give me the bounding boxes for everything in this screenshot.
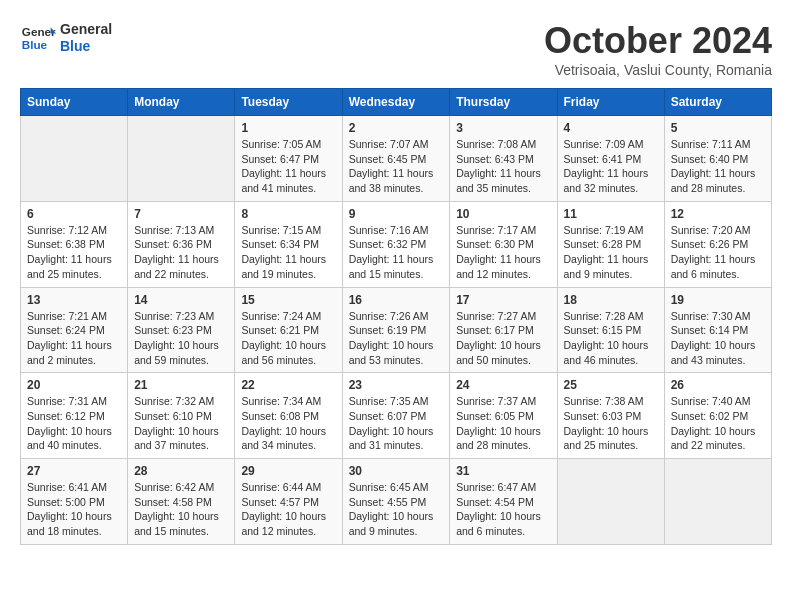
day-number: 4	[564, 121, 658, 135]
calendar-cell: 19Sunrise: 7:30 AM Sunset: 6:14 PM Dayli…	[664, 287, 771, 373]
day-info: Sunrise: 7:07 AM Sunset: 6:45 PM Dayligh…	[349, 137, 444, 196]
calendar-cell: 2Sunrise: 7:07 AM Sunset: 6:45 PM Daylig…	[342, 116, 450, 202]
calendar-cell	[128, 116, 235, 202]
calendar-table: SundayMondayTuesdayWednesdayThursdayFrid…	[20, 88, 772, 545]
day-info: Sunrise: 7:11 AM Sunset: 6:40 PM Dayligh…	[671, 137, 765, 196]
day-info: Sunrise: 6:45 AM Sunset: 4:55 PM Dayligh…	[349, 480, 444, 539]
day-number: 15	[241, 293, 335, 307]
calendar-cell: 7Sunrise: 7:13 AM Sunset: 6:36 PM Daylig…	[128, 201, 235, 287]
weekday-header-thursday: Thursday	[450, 89, 557, 116]
calendar-cell: 24Sunrise: 7:37 AM Sunset: 6:05 PM Dayli…	[450, 373, 557, 459]
calendar-cell: 14Sunrise: 7:23 AM Sunset: 6:23 PM Dayli…	[128, 287, 235, 373]
calendar-cell: 10Sunrise: 7:17 AM Sunset: 6:30 PM Dayli…	[450, 201, 557, 287]
calendar-cell	[557, 459, 664, 545]
month-title: October 2024	[544, 20, 772, 62]
calendar-cell: 12Sunrise: 7:20 AM Sunset: 6:26 PM Dayli…	[664, 201, 771, 287]
day-info: Sunrise: 7:32 AM Sunset: 6:10 PM Dayligh…	[134, 394, 228, 453]
weekday-header-tuesday: Tuesday	[235, 89, 342, 116]
logo-line2: Blue	[60, 38, 112, 55]
calendar-week-row: 27Sunrise: 6:41 AM Sunset: 5:00 PM Dayli…	[21, 459, 772, 545]
day-number: 28	[134, 464, 228, 478]
day-number: 6	[27, 207, 121, 221]
calendar-cell: 5Sunrise: 7:11 AM Sunset: 6:40 PM Daylig…	[664, 116, 771, 202]
day-info: Sunrise: 7:28 AM Sunset: 6:15 PM Dayligh…	[564, 309, 658, 368]
day-number: 20	[27, 378, 121, 392]
day-info: Sunrise: 7:31 AM Sunset: 6:12 PM Dayligh…	[27, 394, 121, 453]
calendar-cell: 22Sunrise: 7:34 AM Sunset: 6:08 PM Dayli…	[235, 373, 342, 459]
calendar-cell: 20Sunrise: 7:31 AM Sunset: 6:12 PM Dayli…	[21, 373, 128, 459]
calendar-cell	[664, 459, 771, 545]
day-info: Sunrise: 7:34 AM Sunset: 6:08 PM Dayligh…	[241, 394, 335, 453]
day-info: Sunrise: 7:37 AM Sunset: 6:05 PM Dayligh…	[456, 394, 550, 453]
weekday-header-wednesday: Wednesday	[342, 89, 450, 116]
calendar-cell: 3Sunrise: 7:08 AM Sunset: 6:43 PM Daylig…	[450, 116, 557, 202]
day-info: Sunrise: 7:24 AM Sunset: 6:21 PM Dayligh…	[241, 309, 335, 368]
day-number: 3	[456, 121, 550, 135]
calendar-cell: 29Sunrise: 6:44 AM Sunset: 4:57 PM Dayli…	[235, 459, 342, 545]
day-info: Sunrise: 7:23 AM Sunset: 6:23 PM Dayligh…	[134, 309, 228, 368]
day-info: Sunrise: 7:19 AM Sunset: 6:28 PM Dayligh…	[564, 223, 658, 282]
day-number: 9	[349, 207, 444, 221]
day-number: 12	[671, 207, 765, 221]
logo-icon: General Blue	[20, 20, 56, 56]
calendar-cell: 1Sunrise: 7:05 AM Sunset: 6:47 PM Daylig…	[235, 116, 342, 202]
day-number: 14	[134, 293, 228, 307]
calendar-cell: 28Sunrise: 6:42 AM Sunset: 4:58 PM Dayli…	[128, 459, 235, 545]
svg-text:Blue: Blue	[22, 38, 48, 51]
title-block: October 2024 Vetrisoaia, Vaslui County, …	[544, 20, 772, 78]
calendar-week-row: 1Sunrise: 7:05 AM Sunset: 6:47 PM Daylig…	[21, 116, 772, 202]
day-info: Sunrise: 7:12 AM Sunset: 6:38 PM Dayligh…	[27, 223, 121, 282]
day-number: 26	[671, 378, 765, 392]
day-number: 31	[456, 464, 550, 478]
calendar-cell: 31Sunrise: 6:47 AM Sunset: 4:54 PM Dayli…	[450, 459, 557, 545]
day-info: Sunrise: 7:26 AM Sunset: 6:19 PM Dayligh…	[349, 309, 444, 368]
day-number: 22	[241, 378, 335, 392]
day-info: Sunrise: 6:42 AM Sunset: 4:58 PM Dayligh…	[134, 480, 228, 539]
day-number: 29	[241, 464, 335, 478]
day-info: Sunrise: 7:30 AM Sunset: 6:14 PM Dayligh…	[671, 309, 765, 368]
calendar-cell: 26Sunrise: 7:40 AM Sunset: 6:02 PM Dayli…	[664, 373, 771, 459]
calendar-cell: 27Sunrise: 6:41 AM Sunset: 5:00 PM Dayli…	[21, 459, 128, 545]
logo: General Blue General Blue	[20, 20, 112, 56]
day-info: Sunrise: 7:15 AM Sunset: 6:34 PM Dayligh…	[241, 223, 335, 282]
day-number: 25	[564, 378, 658, 392]
calendar-cell: 21Sunrise: 7:32 AM Sunset: 6:10 PM Dayli…	[128, 373, 235, 459]
calendar-cell: 23Sunrise: 7:35 AM Sunset: 6:07 PM Dayli…	[342, 373, 450, 459]
day-number: 5	[671, 121, 765, 135]
page-header: General Blue General Blue October 2024 V…	[20, 20, 772, 78]
day-info: Sunrise: 7:40 AM Sunset: 6:02 PM Dayligh…	[671, 394, 765, 453]
calendar-week-row: 6Sunrise: 7:12 AM Sunset: 6:38 PM Daylig…	[21, 201, 772, 287]
day-number: 23	[349, 378, 444, 392]
day-number: 7	[134, 207, 228, 221]
day-number: 11	[564, 207, 658, 221]
weekday-header-sunday: Sunday	[21, 89, 128, 116]
day-number: 18	[564, 293, 658, 307]
day-number: 19	[671, 293, 765, 307]
location-subtitle: Vetrisoaia, Vaslui County, Romania	[544, 62, 772, 78]
calendar-cell: 30Sunrise: 6:45 AM Sunset: 4:55 PM Dayli…	[342, 459, 450, 545]
calendar-cell: 15Sunrise: 7:24 AM Sunset: 6:21 PM Dayli…	[235, 287, 342, 373]
calendar-week-row: 20Sunrise: 7:31 AM Sunset: 6:12 PM Dayli…	[21, 373, 772, 459]
day-number: 30	[349, 464, 444, 478]
calendar-cell: 4Sunrise: 7:09 AM Sunset: 6:41 PM Daylig…	[557, 116, 664, 202]
calendar-cell: 25Sunrise: 7:38 AM Sunset: 6:03 PM Dayli…	[557, 373, 664, 459]
day-info: Sunrise: 7:09 AM Sunset: 6:41 PM Dayligh…	[564, 137, 658, 196]
calendar-cell: 11Sunrise: 7:19 AM Sunset: 6:28 PM Dayli…	[557, 201, 664, 287]
day-number: 21	[134, 378, 228, 392]
logo-line1: General	[60, 21, 112, 38]
day-info: Sunrise: 6:44 AM Sunset: 4:57 PM Dayligh…	[241, 480, 335, 539]
day-info: Sunrise: 7:17 AM Sunset: 6:30 PM Dayligh…	[456, 223, 550, 282]
day-info: Sunrise: 7:20 AM Sunset: 6:26 PM Dayligh…	[671, 223, 765, 282]
day-info: Sunrise: 7:27 AM Sunset: 6:17 PM Dayligh…	[456, 309, 550, 368]
day-info: Sunrise: 7:35 AM Sunset: 6:07 PM Dayligh…	[349, 394, 444, 453]
calendar-cell: 13Sunrise: 7:21 AM Sunset: 6:24 PM Dayli…	[21, 287, 128, 373]
day-info: Sunrise: 6:41 AM Sunset: 5:00 PM Dayligh…	[27, 480, 121, 539]
calendar-cell: 9Sunrise: 7:16 AM Sunset: 6:32 PM Daylig…	[342, 201, 450, 287]
day-info: Sunrise: 7:21 AM Sunset: 6:24 PM Dayligh…	[27, 309, 121, 368]
day-info: Sunrise: 7:16 AM Sunset: 6:32 PM Dayligh…	[349, 223, 444, 282]
calendar-cell: 18Sunrise: 7:28 AM Sunset: 6:15 PM Dayli…	[557, 287, 664, 373]
day-number: 2	[349, 121, 444, 135]
weekday-header-friday: Friday	[557, 89, 664, 116]
day-number: 1	[241, 121, 335, 135]
day-number: 24	[456, 378, 550, 392]
